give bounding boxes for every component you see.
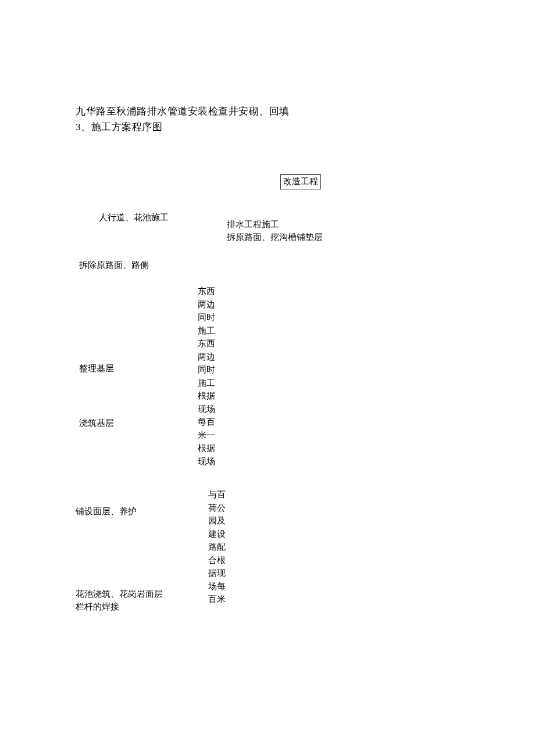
- vertical-text-bottom: 与百荷公园及建设路配合根据现场每百米: [208, 488, 226, 606]
- page-content: 九华路至秋浦路排水管道安装检查井安砌、回填 3、施工方案程序图 改造工程 人行道…: [76, 105, 459, 134]
- label-demolish-original-road: 拆除原路面、路侧: [79, 259, 149, 272]
- label-sidewalk-flowerbed: 人行道、花池施工: [99, 212, 169, 224]
- label-prepare-base: 整理基层: [79, 363, 114, 375]
- box-reconstruction-project: 改造工程: [280, 174, 321, 189]
- label-surface-curing: 铺设面层、养护: [76, 506, 137, 518]
- label-pour-base: 浇筑基层: [79, 417, 114, 430]
- vertical-text-mid: 东西两边同时施工东西两边同时施工根据现场每百米一根据现场: [198, 285, 215, 468]
- title-line-1: 九华路至秋浦路排水管道安装检查井安砌、回填: [76, 105, 459, 119]
- title-line-2: 3、施工方案程序图: [76, 120, 459, 135]
- label-granite-surface: 花池浇筑、花岗岩面层: [76, 588, 163, 601]
- label-railing-welding: 栏杆的焊接: [76, 601, 119, 614]
- label-drainage-construction: 排水工程施工: [227, 218, 279, 231]
- label-demolish-excavate: 拆原路面、挖沟槽铺垫层: [227, 231, 323, 244]
